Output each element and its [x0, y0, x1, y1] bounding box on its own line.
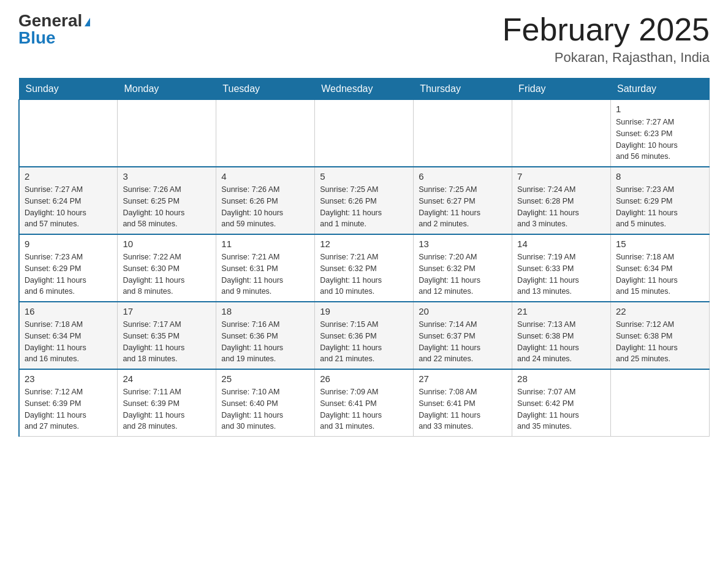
day-info: Sunrise: 7:12 AMSunset: 6:38 PMDaylight:…	[616, 319, 704, 365]
day-info: Sunrise: 7:21 AMSunset: 6:32 PMDaylight:…	[320, 251, 408, 297]
calendar-week-row: 1Sunrise: 7:27 AMSunset: 6:23 PMDaylight…	[19, 100, 710, 167]
day-number: 19	[320, 306, 408, 316]
day-number: 16	[25, 306, 112, 316]
month-title: February 2025	[502, 12, 710, 47]
table-row: 1Sunrise: 7:27 AMSunset: 6:23 PMDaylight…	[611, 100, 710, 167]
day-info: Sunrise: 7:16 AMSunset: 6:36 PMDaylight:…	[221, 319, 309, 365]
day-number: 4	[221, 171, 309, 182]
table-row: 11Sunrise: 7:21 AMSunset: 6:31 PMDayligh…	[216, 234, 315, 302]
day-number: 25	[221, 373, 309, 384]
day-info: Sunrise: 7:21 AMSunset: 6:31 PMDaylight:…	[221, 251, 309, 297]
day-number: 10	[123, 239, 211, 249]
day-info: Sunrise: 7:26 AMSunset: 6:26 PMDaylight:…	[221, 184, 309, 230]
table-row: 4Sunrise: 7:26 AMSunset: 6:26 PMDaylight…	[216, 167, 315, 234]
table-row	[414, 100, 512, 167]
table-row: 13Sunrise: 7:20 AMSunset: 6:32 PMDayligh…	[414, 234, 512, 302]
day-info: Sunrise: 7:08 AMSunset: 6:41 PMDaylight:…	[419, 386, 507, 432]
table-row: 24Sunrise: 7:11 AMSunset: 6:39 PMDayligh…	[118, 369, 216, 437]
day-number: 23	[25, 373, 112, 384]
day-info: Sunrise: 7:23 AMSunset: 6:29 PMDaylight:…	[25, 251, 112, 297]
calendar-week-row: 16Sunrise: 7:18 AMSunset: 6:34 PMDayligh…	[19, 302, 710, 369]
table-row: 28Sunrise: 7:07 AMSunset: 6:42 PMDayligh…	[512, 369, 611, 437]
col-saturday: Saturday	[611, 79, 710, 100]
table-row: 10Sunrise: 7:22 AMSunset: 6:30 PMDayligh…	[118, 234, 216, 302]
day-info: Sunrise: 7:25 AMSunset: 6:27 PMDaylight:…	[419, 184, 507, 230]
table-row: 25Sunrise: 7:10 AMSunset: 6:40 PMDayligh…	[216, 369, 315, 437]
day-info: Sunrise: 7:10 AMSunset: 6:40 PMDaylight:…	[221, 386, 309, 432]
day-info: Sunrise: 7:18 AMSunset: 6:34 PMDaylight:…	[616, 251, 704, 297]
table-row: 19Sunrise: 7:15 AMSunset: 6:36 PMDayligh…	[315, 302, 414, 369]
col-monday: Monday	[118, 79, 216, 100]
table-row: 18Sunrise: 7:16 AMSunset: 6:36 PMDayligh…	[216, 302, 315, 369]
day-number: 22	[616, 306, 704, 316]
table-row	[216, 100, 315, 167]
col-sunday: Sunday	[19, 79, 118, 100]
table-row: 9Sunrise: 7:23 AMSunset: 6:29 PMDaylight…	[19, 234, 118, 302]
logo: General Blue	[18, 12, 90, 47]
day-info: Sunrise: 7:11 AMSunset: 6:39 PMDaylight:…	[123, 386, 211, 432]
table-row: 12Sunrise: 7:21 AMSunset: 6:32 PMDayligh…	[315, 234, 414, 302]
day-number: 13	[419, 239, 507, 249]
day-info: Sunrise: 7:24 AMSunset: 6:28 PMDaylight:…	[517, 184, 605, 230]
table-row: 8Sunrise: 7:23 AMSunset: 6:29 PMDaylight…	[611, 167, 710, 234]
day-info: Sunrise: 7:25 AMSunset: 6:26 PMDaylight:…	[320, 184, 408, 230]
logo-blue-text: Blue	[18, 29, 56, 47]
calendar-week-row: 9Sunrise: 7:23 AMSunset: 6:29 PMDaylight…	[19, 234, 710, 302]
table-row: 5Sunrise: 7:25 AMSunset: 6:26 PMDaylight…	[315, 167, 414, 234]
table-row: 14Sunrise: 7:19 AMSunset: 6:33 PMDayligh…	[512, 234, 611, 302]
table-row	[315, 100, 414, 167]
day-number: 3	[123, 171, 211, 182]
day-number: 26	[320, 373, 408, 384]
day-number: 11	[221, 239, 309, 249]
day-number: 21	[517, 306, 605, 316]
calendar-table: Sunday Monday Tuesday Wednesday Thursday…	[18, 78, 710, 437]
table-row: 21Sunrise: 7:13 AMSunset: 6:38 PMDayligh…	[512, 302, 611, 369]
table-row: 26Sunrise: 7:09 AMSunset: 6:41 PMDayligh…	[315, 369, 414, 437]
day-info: Sunrise: 7:19 AMSunset: 6:33 PMDaylight:…	[517, 251, 605, 297]
day-info: Sunrise: 7:13 AMSunset: 6:38 PMDaylight:…	[517, 319, 605, 365]
day-info: Sunrise: 7:18 AMSunset: 6:34 PMDaylight:…	[25, 319, 112, 365]
day-info: Sunrise: 7:14 AMSunset: 6:37 PMDaylight:…	[419, 319, 507, 365]
table-row: 6Sunrise: 7:25 AMSunset: 6:27 PMDaylight…	[414, 167, 512, 234]
day-number: 18	[221, 306, 309, 316]
day-info: Sunrise: 7:27 AMSunset: 6:24 PMDaylight:…	[25, 184, 112, 230]
day-number: 1	[616, 104, 704, 114]
col-wednesday: Wednesday	[315, 79, 414, 100]
day-number: 15	[616, 239, 704, 249]
page-header: General Blue February 2025 Pokaran, Raja…	[18, 12, 710, 66]
day-number: 17	[123, 306, 211, 316]
table-row: 3Sunrise: 7:26 AMSunset: 6:25 PMDaylight…	[118, 167, 216, 234]
title-section: February 2025 Pokaran, Rajasthan, India	[502, 12, 710, 66]
table-row	[19, 100, 118, 167]
table-row: 16Sunrise: 7:18 AMSunset: 6:34 PMDayligh…	[19, 302, 118, 369]
day-number: 9	[25, 239, 112, 249]
col-thursday: Thursday	[414, 79, 512, 100]
col-friday: Friday	[512, 79, 611, 100]
table-row	[512, 100, 611, 167]
day-info: Sunrise: 7:26 AMSunset: 6:25 PMDaylight:…	[123, 184, 211, 230]
day-info: Sunrise: 7:17 AMSunset: 6:35 PMDaylight:…	[123, 319, 211, 365]
day-info: Sunrise: 7:09 AMSunset: 6:41 PMDaylight:…	[320, 386, 408, 432]
table-row: 23Sunrise: 7:12 AMSunset: 6:39 PMDayligh…	[19, 369, 118, 437]
table-row: 7Sunrise: 7:24 AMSunset: 6:28 PMDaylight…	[512, 167, 611, 234]
day-number: 12	[320, 239, 408, 249]
day-number: 20	[419, 306, 507, 316]
day-number: 14	[517, 239, 605, 249]
day-info: Sunrise: 7:22 AMSunset: 6:30 PMDaylight:…	[123, 251, 211, 297]
col-tuesday: Tuesday	[216, 79, 315, 100]
logo-general-text: General	[18, 12, 90, 29]
table-row: 17Sunrise: 7:17 AMSunset: 6:35 PMDayligh…	[118, 302, 216, 369]
day-number: 28	[517, 373, 605, 384]
day-info: Sunrise: 7:12 AMSunset: 6:39 PMDaylight:…	[25, 386, 112, 432]
calendar-week-row: 2Sunrise: 7:27 AMSunset: 6:24 PMDaylight…	[19, 167, 710, 234]
day-number: 8	[616, 171, 704, 182]
day-info: Sunrise: 7:27 AMSunset: 6:23 PMDaylight:…	[616, 117, 704, 163]
day-info: Sunrise: 7:23 AMSunset: 6:29 PMDaylight:…	[616, 184, 704, 230]
calendar-week-row: 23Sunrise: 7:12 AMSunset: 6:39 PMDayligh…	[19, 369, 710, 437]
day-number: 24	[123, 373, 211, 384]
table-row: 27Sunrise: 7:08 AMSunset: 6:41 PMDayligh…	[414, 369, 512, 437]
day-number: 27	[419, 373, 507, 384]
day-info: Sunrise: 7:07 AMSunset: 6:42 PMDaylight:…	[517, 386, 605, 432]
table-row: 22Sunrise: 7:12 AMSunset: 6:38 PMDayligh…	[611, 302, 710, 369]
day-info: Sunrise: 7:15 AMSunset: 6:36 PMDaylight:…	[320, 319, 408, 365]
